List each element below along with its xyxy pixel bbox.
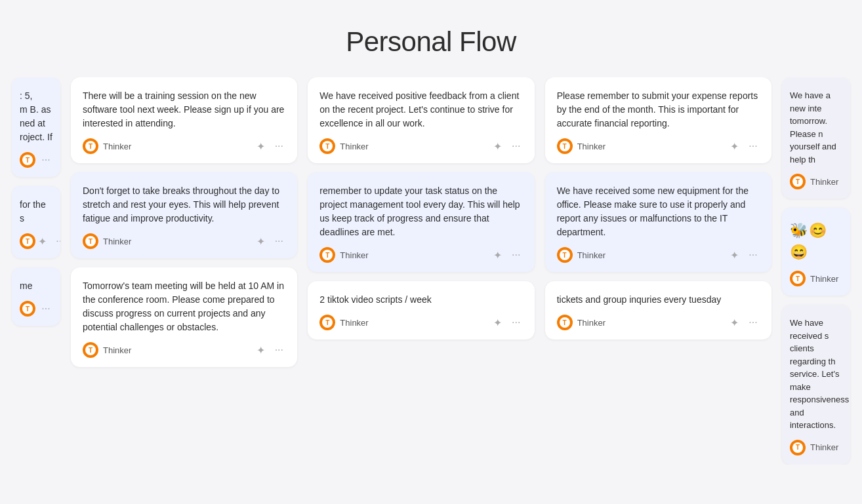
card-actions: ✦ ··· bbox=[35, 235, 60, 248]
card-text: : 5,m B. asned atroject. If bbox=[20, 89, 52, 144]
card-actions: ✦ ··· bbox=[491, 316, 523, 329]
card-3: Tomorrow's team meeting will be held at … bbox=[71, 267, 297, 367]
more-button[interactable]: ··· bbox=[272, 235, 285, 248]
card-footer: T Thinker ✦ ··· bbox=[557, 315, 760, 330]
avatar: T bbox=[319, 138, 335, 154]
pin-button[interactable]: ✦ bbox=[254, 235, 267, 248]
card-text: me bbox=[20, 279, 52, 293]
author-name: Thinker bbox=[577, 318, 605, 328]
avatar: T bbox=[83, 138, 98, 154]
card-author: T bbox=[20, 233, 35, 249]
avatar: T bbox=[790, 271, 806, 286]
card-footer: T ··· bbox=[20, 301, 52, 317]
pin-button[interactable]: ✦ bbox=[254, 343, 267, 357]
card-actions: ✦ ··· bbox=[254, 343, 285, 357]
author-name: Thinker bbox=[103, 345, 131, 355]
pin-button[interactable]: ✦ bbox=[491, 140, 504, 153]
card-author: T Thinker bbox=[319, 138, 368, 154]
card-actions: ✦ ··· bbox=[728, 316, 760, 329]
more-button[interactable]: ··· bbox=[272, 140, 285, 153]
avatar: T bbox=[557, 315, 573, 330]
card-rp1: We have a new intetomorrow. Please nyour… bbox=[782, 77, 850, 199]
card-text: There will be a training session on the … bbox=[83, 89, 285, 130]
card-actions: ✦ ··· bbox=[254, 140, 285, 153]
more-button[interactable]: ··· bbox=[54, 235, 60, 248]
card-footer: T Thinker bbox=[790, 440, 842, 456]
card-lp2: for thes T ✦ ··· bbox=[12, 186, 60, 258]
card-author: T Thinker bbox=[557, 315, 605, 330]
pin-button[interactable]: ✦ bbox=[728, 140, 741, 153]
card-author: T Thinker bbox=[557, 138, 605, 154]
author-name: Thinker bbox=[103, 142, 131, 151]
card-author: T Thinker bbox=[83, 233, 131, 249]
pin-button[interactable]: ✦ bbox=[35, 235, 49, 248]
card-2: Don't forget to take breaks throughout t… bbox=[71, 172, 297, 258]
card-emoji-text: 🐝😊😄 bbox=[790, 220, 842, 263]
pin-button[interactable]: ✦ bbox=[491, 316, 504, 329]
card-text: We have a new intetomorrow. Please nyour… bbox=[790, 89, 842, 166]
avatar: T bbox=[557, 138, 573, 154]
card-author: T Thinker bbox=[557, 247, 605, 263]
more-button[interactable]: ··· bbox=[747, 248, 760, 262]
avatar: T bbox=[319, 247, 335, 263]
board: : 5,m B. asned atroject. If T ··· bbox=[0, 77, 862, 465]
card-4: We have received positive feedback from … bbox=[308, 77, 534, 163]
card-footer: T Thinker ✦ ··· bbox=[83, 138, 285, 154]
card-text: We have received positive feedback from … bbox=[319, 89, 522, 130]
card-rp2: 🐝😊😄 T Thinker bbox=[782, 208, 850, 296]
avatar: T bbox=[83, 342, 98, 358]
column-2: We have received positive feedback from … bbox=[302, 77, 539, 465]
column-left-partial: : 5,m B. asned atroject. If T ··· bbox=[7, 77, 66, 465]
card-footer: T Thinker bbox=[790, 174, 842, 189]
avatar: T bbox=[20, 152, 35, 168]
more-button[interactable]: ··· bbox=[510, 248, 523, 262]
card-footer: T ··· bbox=[20, 152, 52, 168]
column-right-partial: We have a new intetomorrow. Please nyour… bbox=[777, 77, 855, 465]
avatar: T bbox=[20, 301, 35, 317]
card-text: Don't forget to take breaks throughout t… bbox=[83, 184, 285, 225]
card-6: 2 tiktok video scripts / week T Thinker … bbox=[308, 281, 534, 339]
card-footer: T Thinker ✦ ··· bbox=[557, 138, 760, 154]
avatar: T bbox=[20, 233, 35, 249]
more-button[interactable]: ··· bbox=[39, 153, 52, 166]
card-author: T Thinker bbox=[790, 271, 838, 286]
avatar: T bbox=[83, 233, 98, 249]
pin-button[interactable]: ✦ bbox=[728, 248, 741, 262]
author-name: Thinker bbox=[577, 142, 605, 151]
card-author: T bbox=[20, 301, 35, 317]
card-5: remember to update your task status on t… bbox=[308, 172, 534, 272]
card-actions: ✦ ··· bbox=[254, 235, 285, 248]
avatar: T bbox=[790, 440, 806, 456]
card-text: 2 tiktok video scripts / week bbox=[319, 293, 522, 307]
pin-button[interactable]: ✦ bbox=[491, 248, 504, 262]
card-actions: ✦ ··· bbox=[491, 248, 523, 262]
card-footer: T Thinker ✦ ··· bbox=[557, 247, 760, 263]
column-3: Please remember to submit your expense r… bbox=[540, 77, 777, 465]
card-actions: ✦ ··· bbox=[728, 248, 760, 262]
more-button[interactable]: ··· bbox=[747, 140, 760, 153]
card-author: T Thinker bbox=[319, 315, 368, 330]
card-8: We have received some new equipment for … bbox=[545, 172, 771, 272]
more-button[interactable]: ··· bbox=[510, 316, 523, 329]
more-button[interactable]: ··· bbox=[39, 302, 52, 315]
more-button[interactable]: ··· bbox=[747, 316, 760, 329]
pin-button[interactable]: ✦ bbox=[728, 316, 741, 329]
card-text: remember to update your task status on t… bbox=[319, 184, 522, 239]
card-actions: ··· bbox=[39, 302, 52, 315]
card-actions: ✦ ··· bbox=[491, 140, 523, 153]
card-author: T Thinker bbox=[83, 138, 131, 154]
card-actions: ··· bbox=[39, 153, 52, 166]
avatar: T bbox=[319, 315, 335, 330]
page-container: Personal Flow : 5,m B. asned atroject. I… bbox=[0, 0, 862, 504]
card-footer: T Thinker ✦ ··· bbox=[319, 138, 522, 154]
card-text: Please remember to submit your expense r… bbox=[557, 89, 760, 130]
more-button[interactable]: ··· bbox=[510, 140, 523, 153]
more-button[interactable]: ··· bbox=[272, 343, 285, 357]
author-name: Thinker bbox=[810, 274, 838, 284]
card-footer: T Thinker ✦ ··· bbox=[319, 315, 522, 330]
author-name: Thinker bbox=[340, 142, 368, 151]
avatar: T bbox=[790, 174, 806, 189]
avatar: T bbox=[557, 247, 573, 263]
author-name: Thinker bbox=[340, 318, 368, 328]
pin-button[interactable]: ✦ bbox=[254, 140, 267, 153]
